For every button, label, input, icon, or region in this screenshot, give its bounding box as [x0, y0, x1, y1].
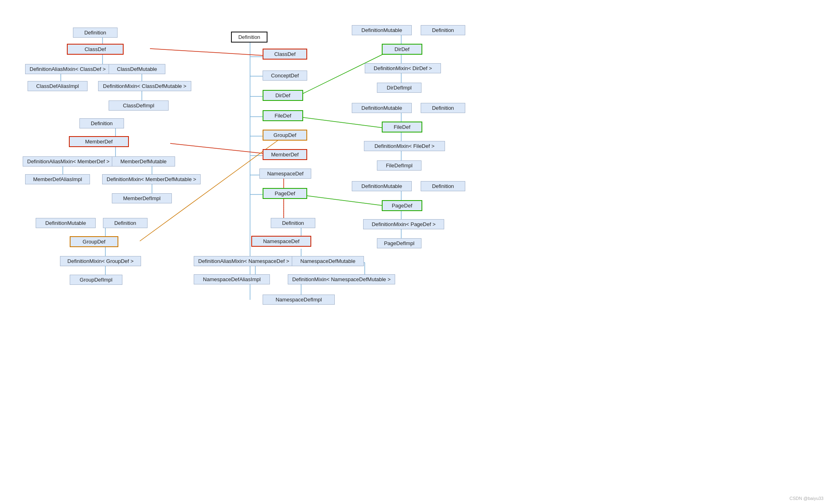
left-defmixingroupdef-node: DefinitionMixin< GroupDef > — [60, 256, 141, 266]
mid-defaliasmixinnsDef-node: DefinitionAliasMixin< NamespaceDef > — [194, 256, 294, 266]
connections-svg — [0, 0, 830, 504]
mid-dirdef-node: DirDef — [263, 90, 303, 101]
left-definition3-node: Definition — [103, 218, 148, 228]
mid-nsdefimpl-node: NamespaceDefImpl — [263, 295, 335, 305]
right-defmixinfiledef-node: DefinitionMixin< FileDef > — [364, 141, 445, 151]
right-pagedef-node: PageDef — [382, 200, 422, 211]
mid-namespacedef2-node: NamespaceDef — [251, 236, 311, 247]
mid-conceptdef-node: ConceptDef — [263, 70, 307, 81]
mid-memberdef-node: MemberDef — [263, 149, 307, 160]
right-definition-page-node: Definition — [421, 181, 465, 191]
left-definition2-node: Definition — [79, 118, 124, 128]
right-defmixinpagedef-node: DefinitionMixin< PageDef > — [363, 219, 444, 229]
mid-namespacedef-node: NamespaceDef — [259, 169, 311, 179]
mid-nsdefaliasimpl-node: NamespaceDefAliasImpl — [194, 274, 270, 284]
left-defmixinmemberdefmutable-node: DefinitionMixin< MemberDefMutable > — [102, 174, 201, 184]
svg-line-46 — [297, 194, 391, 207]
watermark: CSDN @baiyu33 — [789, 496, 824, 501]
left-classdefimpl-node: ClassDefImpl — [109, 100, 169, 111]
right-dirdefimpl-node: DirDefImpl — [377, 83, 421, 93]
left-memberdefmutable-node: MemberDefMutable — [112, 156, 175, 167]
mid-defmixinnsdefmutable-node: DefinitionMixin< NamespaceDefMutable > — [288, 274, 395, 284]
left-memberdef-node: MemberDef — [69, 136, 129, 147]
mid-classdef-node: ClassDef — [263, 49, 307, 60]
mid-definition2-node: Definition — [271, 218, 315, 228]
right-defmutable-page-node: DefinitionMutable — [352, 181, 412, 191]
left-definition1-node: Definition — [73, 28, 118, 38]
right-defmutable-dir-node: DefinitionMutable — [352, 25, 412, 35]
right-definition-file-node: Definition — [421, 103, 465, 113]
svg-line-47 — [140, 136, 284, 241]
left-defmixinclassdefmutable-node: DefinitionMixin< ClassDefMutable > — [98, 81, 191, 91]
left-groupdefimpl-node: GroupDefImpl — [70, 275, 122, 285]
mid-nsdefmutable-node: NamespaceDefMutable — [292, 256, 364, 266]
left-memberdefimpl-node: MemberDefImpl — [112, 193, 172, 203]
left-classdefaliasimpl-node: ClassDefAliasImpl — [28, 81, 88, 91]
left-classdefmutable-node: ClassDefMutable — [109, 64, 165, 74]
mid-groupdef-node: GroupDef — [263, 130, 307, 141]
right-definition-dir-node: Definition — [421, 25, 465, 35]
right-filedef-node: FileDef — [382, 122, 422, 132]
svg-line-45 — [297, 117, 391, 129]
left-defaliasclassdef-node: DefinitionAliasMixin< ClassDef > — [25, 64, 110, 74]
left-classdef-node: ClassDef — [67, 44, 124, 55]
diagram-container: Definition Definition ClassDef Definitio… — [0, 0, 830, 504]
right-filedefimpl-node: FileDefImpl — [377, 160, 421, 171]
left-defmutable2-node: DefinitionMutable — [36, 218, 96, 228]
mid-pagedef-node: PageDef — [263, 188, 307, 199]
right-pagedefimpl-node: PageDefImpl — [377, 238, 421, 248]
left-defaliasmemberdef-node: DefinitionAliasMixin< MemberDef > — [23, 156, 114, 167]
center-definition-node: Definition — [231, 32, 267, 43]
right-dirdef-node: DirDef — [382, 44, 422, 55]
mid-filedef-node: FileDef — [263, 110, 303, 121]
left-memberdefaliasimpl-node: MemberDefAliasImpl — [25, 174, 90, 184]
left-groupdef-node: GroupDef — [70, 236, 118, 247]
right-defmixindirdef-node: DefinitionMixin< DirDef > — [365, 63, 441, 73]
right-defmutable-file-node: DefinitionMutable — [352, 103, 412, 113]
